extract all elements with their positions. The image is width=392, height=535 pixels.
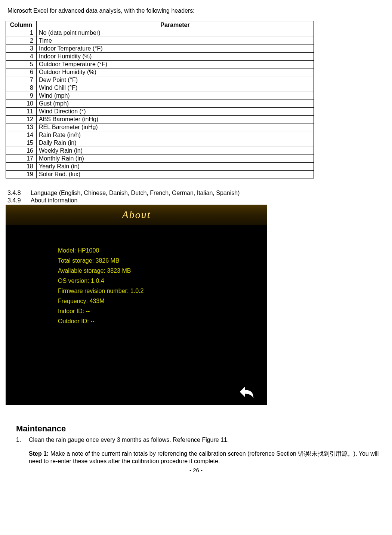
section-text: About information <box>31 197 77 204</box>
table-row: 2Time <box>6 37 314 45</box>
about-info-line: Outdoor ID: -- <box>58 318 267 325</box>
table-row: 18Yearly Rain (in) <box>6 163 314 171</box>
step-text: Make a note of the current rain totals b… <box>29 450 379 464</box>
table-row: 8Wind Chill (°F) <box>6 84 314 92</box>
maintenance-step-1: Step 1: Make a note of the current rain … <box>29 450 386 465</box>
about-info-line: OS version: 1.0.4 <box>58 278 267 284</box>
cell-parameter: Solar Rad. (lux) <box>37 171 314 178</box>
cell-column-number: 7 <box>6 76 37 84</box>
table-row: 12ABS Barometer (inHg) <box>6 116 314 123</box>
table-row: 13REL Barometer (inHg) <box>6 123 314 131</box>
table-header-row: Column Parameter <box>6 21 314 29</box>
cell-column-number: 1 <box>6 29 37 37</box>
cell-parameter: Monthly Rain (in) <box>37 155 314 163</box>
cell-column-number: 14 <box>6 131 37 139</box>
cell-parameter: REL Barometer (inHg) <box>37 123 314 131</box>
table-row: 9Wind (mph) <box>6 92 314 100</box>
parameters-table: Column Parameter 1No (data point number)… <box>6 21 314 178</box>
list-number: 1. <box>16 437 22 443</box>
about-title-bar: About <box>6 205 267 225</box>
col-header-parameter: Parameter <box>37 21 314 29</box>
cell-parameter: Dew Point (°F) <box>37 76 314 84</box>
col-header-column: Column <box>6 21 37 29</box>
about-info-line: Available storage: 3823 MB <box>58 268 267 274</box>
table-row: 5Outdoor Temperature (°F) <box>6 61 314 68</box>
back-icon[interactable] <box>237 385 256 400</box>
about-info-line: Frequency: 433M <box>58 298 267 305</box>
maintenance-item-1: 1. Clean the rain gauge once every 3 mon… <box>16 437 386 443</box>
intro-text: Microsoft Excel for advanced data analys… <box>7 7 386 14</box>
section-text: Language (English, Chinese, Danish, Dutc… <box>31 190 240 196</box>
about-info-line: Indoor ID: -- <box>58 308 267 315</box>
table-row: 11Wind Direction (°) <box>6 108 314 116</box>
cell-column-number: 8 <box>6 84 37 92</box>
cell-column-number: 12 <box>6 116 37 123</box>
cell-column-number: 5 <box>6 61 37 68</box>
cell-column-number: 3 <box>6 45 37 53</box>
table-row: 16Weekly Rain (in) <box>6 147 314 155</box>
cell-parameter: Outdoor Temperature (°F) <box>37 61 314 68</box>
table-row: 14Rain Rate (in/h) <box>6 131 314 139</box>
cell-column-number: 18 <box>6 163 37 171</box>
section-348: 3.4.8 Language (English, Chinese, Danish… <box>7 190 386 196</box>
page-number: - 26 - <box>6 467 386 473</box>
about-content: Model: HP1000Total storage: 3826 MBAvail… <box>6 225 267 325</box>
cell-parameter: Rain Rate (in/h) <box>37 131 314 139</box>
table-row: 17Monthly Rain (in) <box>6 155 314 163</box>
maintenance-title: Maintenance <box>16 424 386 434</box>
cell-parameter: Weekly Rain (in) <box>37 147 314 155</box>
cell-parameter: Wind Direction (°) <box>37 108 314 116</box>
cell-parameter: Wind (mph) <box>37 92 314 100</box>
cell-column-number: 17 <box>6 155 37 163</box>
cell-column-number: 6 <box>6 68 37 76</box>
about-screenshot: About Model: HP1000Total storage: 3826 M… <box>6 205 267 405</box>
table-row: 6Outdoor Humidity (%) <box>6 68 314 76</box>
section-number: 3.4.9 <box>7 197 22 204</box>
table-row: 4Indoor Humidity (%) <box>6 53 314 61</box>
table-row: 19Solar Rad. (lux) <box>6 171 314 178</box>
cell-parameter: Yearly Rain (in) <box>37 163 314 171</box>
cell-column-number: 2 <box>6 37 37 45</box>
table-row: 7Dew Point (°F) <box>6 76 314 84</box>
cell-parameter: Time <box>37 37 314 45</box>
cell-parameter: Indoor Humidity (%) <box>37 53 314 61</box>
cell-column-number: 16 <box>6 147 37 155</box>
section-number: 3.4.8 <box>7 190 22 196</box>
cell-column-number: 13 <box>6 123 37 131</box>
cell-parameter: Wind Chill (°F) <box>37 84 314 92</box>
section-349: 3.4.9 About information <box>7 197 386 204</box>
cell-parameter: No (data point number) <box>37 29 314 37</box>
table-row: 3Indoor Temperature (°F) <box>6 45 314 53</box>
table-row: 1No (data point number) <box>6 29 314 37</box>
cell-column-number: 15 <box>6 139 37 147</box>
cell-column-number: 9 <box>6 92 37 100</box>
step-label: Step 1: <box>29 450 49 457</box>
cell-parameter: Gust (mph) <box>37 100 314 108</box>
list-text: Clean the rain gauge once every 3 months… <box>29 437 229 443</box>
cell-parameter: Daily Rain (in) <box>37 139 314 147</box>
cell-column-number: 19 <box>6 171 37 178</box>
cell-parameter: Outdoor Humidity (%) <box>37 68 314 76</box>
about-info-line: Model: HP1000 <box>58 247 267 254</box>
table-row: 15Daily Rain (in) <box>6 139 314 147</box>
cell-parameter: ABS Barometer (inHg) <box>37 116 314 123</box>
cell-column-number: 4 <box>6 53 37 61</box>
cell-column-number: 10 <box>6 100 37 108</box>
about-info-line: Total storage: 3826 MB <box>58 257 267 264</box>
table-row: 10Gust (mph) <box>6 100 314 108</box>
about-info-line: Firmware revision number: 1.0.2 <box>58 288 267 294</box>
cell-column-number: 11 <box>6 108 37 116</box>
cell-parameter: Indoor Temperature (°F) <box>37 45 314 53</box>
